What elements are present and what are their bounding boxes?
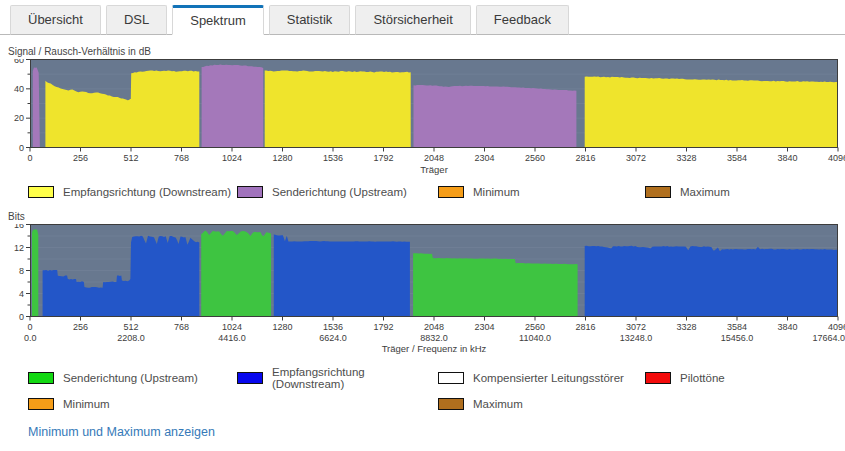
tab-uebersicht[interactable]: Übersicht: [10, 5, 101, 35]
legend-label: Maximum: [473, 398, 523, 410]
svg-text:3072: 3072: [626, 322, 646, 332]
snr-chart-legend: Empfangsrichtung (Downstream) Sendericht…: [0, 186, 845, 198]
svg-text:0: 0: [19, 143, 24, 153]
svg-text:Träger: Träger: [420, 164, 448, 175]
compensated-disturber-swatch: [438, 372, 464, 384]
tab-dsl[interactable]: DSL: [106, 5, 167, 35]
legend-item-minimum: Minimum: [438, 186, 645, 198]
svg-text:2304: 2304: [474, 153, 494, 163]
svg-text:0: 0: [27, 322, 32, 332]
svg-text:Träger / Frequenz in kHz: Träger / Frequenz in kHz: [382, 343, 487, 354]
svg-text:2048: 2048: [424, 153, 444, 163]
svg-text:1792: 1792: [373, 153, 393, 163]
upstream-swatch: [28, 372, 54, 384]
legend-label: Senderichtung (Upstream): [63, 372, 198, 384]
svg-text:8832.0: 8832.0: [420, 333, 448, 343]
svg-text:3584: 3584: [727, 153, 747, 163]
legend-item-downstream: Empfangsrichtung (Downstream): [28, 186, 237, 198]
svg-text:6624.0: 6624.0: [319, 333, 347, 343]
pilot-tones-swatch: [645, 372, 671, 384]
svg-text:512: 512: [123, 322, 138, 332]
downstream-swatch: [237, 372, 263, 384]
legend-item-pilot-tones: Pilottöne: [645, 366, 845, 390]
svg-text:512: 512: [123, 153, 138, 163]
svg-text:768: 768: [174, 153, 189, 163]
maximum-swatch: [645, 186, 671, 198]
svg-text:1280: 1280: [272, 322, 292, 332]
svg-text:1536: 1536: [323, 322, 343, 332]
svg-text:1792: 1792: [373, 322, 393, 332]
svg-text:256: 256: [73, 153, 88, 163]
svg-text:11040.0: 11040.0: [519, 333, 551, 343]
svg-text:0.0: 0.0: [24, 333, 37, 343]
svg-text:2560: 2560: [525, 153, 545, 163]
legend-label: Senderichtung (Upstream): [272, 186, 407, 198]
svg-text:15456.0: 15456.0: [721, 333, 754, 343]
bits-chart-title: Bits: [8, 211, 845, 222]
svg-text:2816: 2816: [575, 153, 595, 163]
snr-chart-canvas: 0204060025651276810241280153617922048230…: [0, 59, 845, 177]
legend-label: Minimum: [63, 398, 110, 410]
legend-item-maximum: Maximum: [645, 186, 845, 198]
svg-text:4096: 4096: [828, 153, 845, 163]
tab-stoersicherheit[interactable]: Störsicherheit: [355, 5, 470, 35]
svg-text:2048: 2048: [424, 322, 444, 332]
svg-text:768: 768: [174, 322, 189, 332]
svg-text:17664.0: 17664.0: [812, 333, 845, 343]
svg-text:8: 8: [19, 266, 24, 276]
tab-statistik[interactable]: Statistik: [269, 5, 351, 35]
svg-text:3584: 3584: [727, 322, 747, 332]
upstream-swatch: [237, 186, 263, 198]
svg-text:3840: 3840: [777, 322, 797, 332]
downstream-swatch: [28, 186, 54, 198]
svg-text:1536: 1536: [323, 153, 343, 163]
legend-item-upstream: Senderichtung (Upstream): [28, 366, 237, 390]
bits-chart-legend: Senderichtung (Upstream) Empfangsrichtun…: [0, 366, 845, 410]
svg-text:1024: 1024: [222, 153, 242, 163]
svg-text:12: 12: [14, 243, 24, 253]
svg-text:13248.0: 13248.0: [620, 333, 653, 343]
svg-text:1280: 1280: [272, 153, 292, 163]
svg-text:3328: 3328: [676, 322, 696, 332]
tab-feedback[interactable]: Feedback: [476, 5, 569, 35]
legend-item-minimum: Minimum: [28, 398, 237, 410]
svg-text:2304: 2304: [474, 322, 494, 332]
legend-label: Empfangsrichtung (Downstream): [272, 366, 438, 390]
legend-item-downstream: Empfangsrichtung (Downstream): [237, 366, 438, 390]
snr-chart-title: Signal / Rausch-Verhältnis in dB: [8, 46, 845, 57]
svg-text:2816: 2816: [575, 322, 595, 332]
svg-text:3840: 3840: [777, 153, 797, 163]
legend-item-compensated-disturber: Kompensierter Leitungsstörer: [438, 366, 645, 390]
svg-text:256: 256: [73, 322, 88, 332]
svg-text:4416.0: 4416.0: [218, 333, 246, 343]
legend-label: Maximum: [680, 186, 730, 198]
legend-label: Empfangsrichtung (Downstream): [63, 186, 231, 198]
minimum-swatch: [28, 398, 54, 410]
svg-text:3328: 3328: [676, 153, 696, 163]
svg-text:2560: 2560: [525, 322, 545, 332]
svg-text:16: 16: [14, 224, 24, 230]
svg-text:0: 0: [27, 153, 32, 163]
bits-chart-canvas: 0481216025651276810241280153617922048230…: [0, 224, 845, 357]
show-minmax-link[interactable]: Minimum und Maximum anzeigen: [28, 425, 215, 439]
svg-text:2208.0: 2208.0: [117, 333, 145, 343]
svg-text:0: 0: [19, 312, 24, 322]
svg-text:1024: 1024: [222, 322, 242, 332]
legend-label: Minimum: [473, 186, 520, 198]
svg-text:3072: 3072: [626, 153, 646, 163]
svg-text:4: 4: [19, 289, 24, 299]
tab-spektrum[interactable]: Spektrum: [172, 5, 264, 35]
svg-text:40: 40: [14, 84, 24, 94]
svg-text:4096: 4096: [828, 322, 845, 332]
legend-label: Kompensierter Leitungsstörer: [473, 372, 624, 384]
minimum-swatch: [438, 186, 464, 198]
legend-item-maximum: Maximum: [438, 398, 645, 410]
legend-label: Pilottöne: [680, 372, 725, 384]
svg-text:20: 20: [14, 113, 24, 123]
legend-item-upstream: Senderichtung (Upstream): [237, 186, 438, 198]
svg-text:60: 60: [14, 59, 24, 65]
tab-bar: Übersicht DSL Spektrum Statistik Störsic…: [0, 0, 845, 35]
maximum-swatch: [438, 398, 464, 410]
